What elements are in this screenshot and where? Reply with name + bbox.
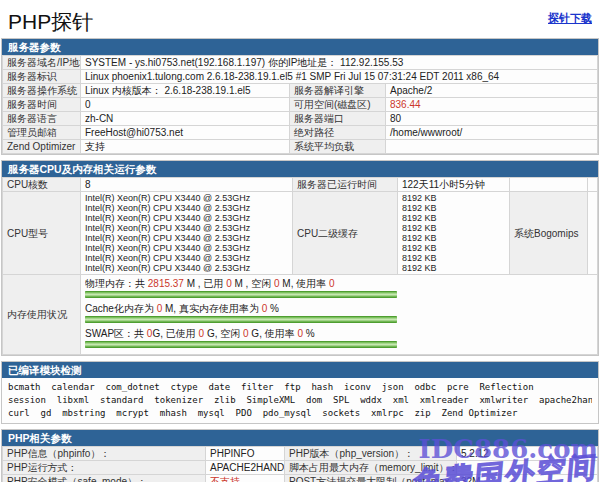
table-row: 服务器标识 Linux phoenix1.tulong.com 2.6.18-2… <box>3 70 598 84</box>
mem-text-part: % <box>303 328 315 339</box>
mem-text-part: M , 空闲 <box>232 278 274 289</box>
section-server-params: 服务器参数 服务器域名/IP地址 SYSTEM - ys.hi0753.net(… <box>1 38 599 155</box>
cpu-memory-table: CPU核数 8 服务器已运行时间 122天11小时5分钟 CPU型号 Intel… <box>2 177 598 355</box>
abs-path-value: /home/wwwroot/ <box>386 126 598 140</box>
php-version-value: 5.2.12 <box>457 447 598 461</box>
memory-usage-label: 内存使用状况 <box>3 275 81 355</box>
memory-usage-cell: 物理内存：共 2815.37 M , 已用 0 M , 空闲 0 M, 使用率 … <box>81 275 598 355</box>
table-row: PHP运行方式： APACHE2HANDLER 脚本占用最大内存（memory_… <box>3 461 598 475</box>
server-time-label: 服务器时间 <box>3 98 81 112</box>
server-lang-value: zh-CN <box>81 112 290 126</box>
uptime-label: 服务器已运行时间 <box>293 178 398 192</box>
zend-optimizer-label: Zend Optimizer <box>3 140 81 154</box>
page-root: PHP探针 探针下载 服务器参数 服务器域名/IP地址 SYSTEM - ys.… <box>0 0 600 482</box>
empty-cell <box>588 178 598 192</box>
table-row: 管理员邮箱 FreeHost@hi0753.net 绝对路径 /home/www… <box>3 126 598 140</box>
mem-text-part: G, 使用率 <box>249 328 298 339</box>
safe-mode-value: 不支持 <box>206 475 285 482</box>
mem-text-part: 物理内存：共 <box>85 278 148 289</box>
post-max-size-label: POST方法提交最大限制（post_max_size）： <box>285 475 457 482</box>
mem-value-part: 2815.37 <box>148 278 184 289</box>
admin-email-label: 管理员邮箱 <box>3 126 81 140</box>
modules-line: bcmath calendar com_dotnet ctype date fi… <box>8 381 592 394</box>
zend-optimizer-value: 支持 <box>81 140 290 154</box>
section-modules-header: 已编译模块检测 <box>2 362 598 378</box>
server-domain-value: SYSTEM - ys.hi0753.net(192.168.1.197) 你的… <box>81 56 598 70</box>
empty-cell <box>510 178 588 192</box>
disk-free-value: 836.44 <box>386 98 598 112</box>
disk-free-label: 可用空间(磁盘区) <box>290 98 386 112</box>
mem-value-part: 0 <box>329 278 335 289</box>
table-row: PHP信息（phpinfo）： PHPINFO PHP版本（php_versio… <box>3 447 598 461</box>
table-row: CPU型号 Intel(R) Xeon(R) CPU X3440 @ 2.53G… <box>3 192 598 275</box>
mem-text-part: M, 使用率 <box>280 278 329 289</box>
memory-limit-value <box>457 461 598 475</box>
server-port-label: 服务器端口 <box>290 112 386 126</box>
phpinfo-label: PHP信息（phpinfo）： <box>3 447 206 461</box>
phpinfo-value: PHPINFO <box>206 447 285 461</box>
memory-swap-text: SWAP区：共 0G, 已使用 0 G, 空闲 0 G, 使用率 0 % <box>85 327 593 340</box>
table-row: PHP安全模式（safe_mode）： 不支持 POST方法提交最大限制（pos… <box>3 475 598 482</box>
section-cpu-memory-header: 服务器CPU及内存相关运行参数 <box>2 161 598 177</box>
top-bar: PHP探针 探针下载 <box>1 2 599 38</box>
server-lang-label: 服务器语言 <box>3 112 81 126</box>
server-os-value: Linux 内核版本： 2.6.18-238.19.1.el5 <box>81 84 290 98</box>
section-server-params-header: 服务器参数 <box>2 39 598 55</box>
php-sapi-label: PHP运行方式： <box>3 461 206 475</box>
bogomips-value <box>588 192 598 275</box>
section-modules: 已编译模块检测 bcmath calendar com_dotnet ctype… <box>1 361 599 424</box>
server-ident-value: Linux phoenix1.tulong.com 2.6.18-238.19.… <box>81 70 598 84</box>
cpu-cache-label: CPU二级缓存 <box>293 192 398 275</box>
section-php-params-header: PHP相关参数 <box>2 430 598 446</box>
memory-swap-progressbar <box>85 341 397 348</box>
table-row: 内存使用状况 物理内存：共 2815.37 M , 已用 0 M , 空闲 0 … <box>3 275 598 355</box>
server-engine-value: Apache/2 <box>386 84 598 98</box>
php-version-label: PHP版本（php_version）： <box>285 447 457 461</box>
mem-text-part: Cache化内存为 <box>85 303 157 314</box>
table-row: 服务器操作系统 Linux 内核版本： 2.6.18-238.19.1.el5 … <box>3 84 598 98</box>
modules-list: bcmath calendar com_dotnet ctype date fi… <box>2 378 598 423</box>
memory-limit-label: 脚本占用最大内存（memory_limit）： <box>285 461 457 475</box>
mem-text-part: G, 已使用 <box>152 328 198 339</box>
bogomips-label: 系统Bogomips <box>510 192 588 275</box>
memory-physical-progressbar <box>85 291 397 298</box>
table-row: 服务器语言 zh-CN 服务器端口 80 <box>3 112 598 126</box>
mem-text-part: G, 空闲 <box>204 328 243 339</box>
cpu-cores-label: CPU核数 <box>3 178 81 192</box>
table-row: 服务器时间 0 可用空间(磁盘区) 836.44 <box>3 98 598 112</box>
modules-line: session libxml standard tokenizer zlib S… <box>8 394 592 407</box>
table-row: 服务器域名/IP地址 SYSTEM - ys.hi0753.net(192.16… <box>3 56 598 70</box>
page-title: PHP探针 <box>8 8 93 36</box>
memory-cache-progressbar <box>85 316 397 323</box>
mem-text-part: % <box>267 303 279 314</box>
section-php-params: PHP相关参数 PHP信息（phpinfo）： PHPINFO PHP版本（ph… <box>1 429 599 482</box>
server-os-label: 服务器操作系统 <box>3 84 81 98</box>
abs-path-label: 绝对路径 <box>290 126 386 140</box>
cpu-model-list: Intel(R) Xeon(R) CPU X3440 @ 2.53GHzInte… <box>81 192 293 275</box>
server-time-value: 0 <box>81 98 290 112</box>
uptime-value: 122天11小时5分钟 <box>398 178 510 192</box>
load-avg-value <box>386 140 598 154</box>
server-ident-label: 服务器标识 <box>3 70 81 84</box>
memory-cache-text: Cache化内存为 0 M, 真实内存使用率为 0 % <box>85 302 593 315</box>
probe-download-link[interactable]: 探针下载 <box>548 11 592 26</box>
memory-physical-text: 物理内存：共 2815.37 M , 已用 0 M , 空闲 0 M, 使用率 … <box>85 277 593 290</box>
table-row: Zend Optimizer 支持 系统平均负载 <box>3 140 598 154</box>
server-params-table: 服务器域名/IP地址 SYSTEM - ys.hi0753.net(192.16… <box>2 55 598 154</box>
server-engine-label: 服务器解译引擎 <box>290 84 386 98</box>
safe-mode-label: PHP安全模式（safe_mode）： <box>3 475 206 482</box>
modules-line: curl gd mbstring mcrypt mhash mysql PDO … <box>8 407 592 420</box>
server-domain-label: 服务器域名/IP地址 <box>3 56 81 70</box>
load-avg-label: 系统平均负载 <box>290 140 386 154</box>
cpu-cores-value: 8 <box>81 178 293 192</box>
admin-email-value: FreeHost@hi0753.net <box>81 126 290 140</box>
post-max-size-value: 32M <box>457 475 598 482</box>
server-port-value: 80 <box>386 112 598 126</box>
cpu-cache-list: 8192 KB8192 KB 8192 KB8192 KB 8192 KB819… <box>398 192 510 275</box>
php-sapi-value: APACHE2HANDLER <box>206 461 285 475</box>
section-cpu-memory: 服务器CPU及内存相关运行参数 CPU核数 8 服务器已运行时间 122天11小… <box>1 160 599 356</box>
php-params-table: PHP信息（phpinfo）： PHPINFO PHP版本（php_versio… <box>2 446 598 482</box>
table-row: CPU核数 8 服务器已运行时间 122天11小时5分钟 <box>3 178 598 192</box>
mem-text-part: SWAP区：共 <box>85 328 147 339</box>
mem-text-part: M , 已用 <box>184 278 226 289</box>
